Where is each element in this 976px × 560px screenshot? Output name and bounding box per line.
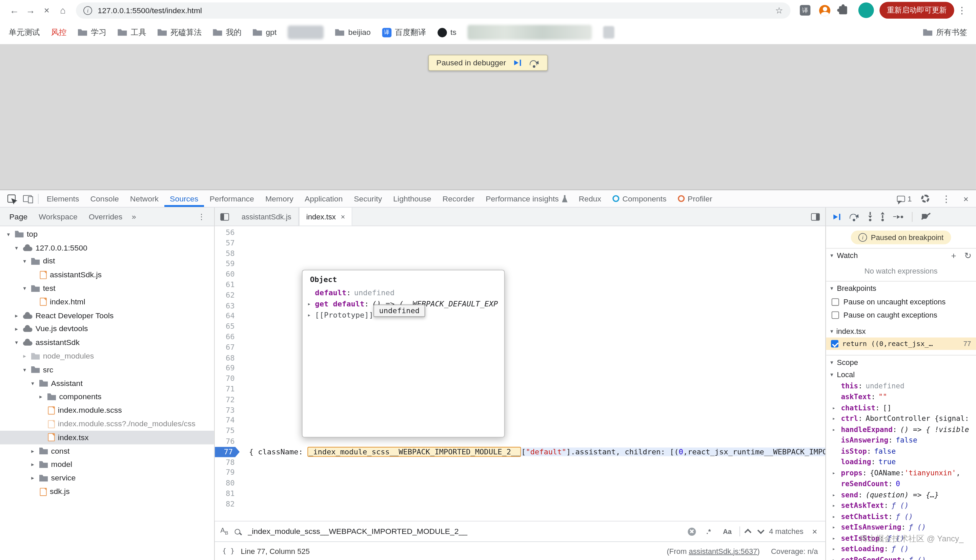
breakpoint-entry[interactable]: return ((0,react_jsx_… 77	[826, 338, 976, 350]
line-number[interactable]: 63	[215, 301, 240, 311]
expand-arrow-icon[interactable]: ▸	[21, 353, 28, 359]
expand-arrow-icon[interactable]: ▾	[21, 367, 28, 373]
expand-arrow-icon[interactable]: ▸	[832, 524, 836, 530]
previous-match-icon[interactable]	[745, 529, 752, 536]
line-number[interactable]: 60	[215, 269, 240, 280]
expand-arrow-icon[interactable]: ▸	[832, 426, 836, 432]
scope-variable[interactable]: ▸handleExpand:() => { !visible	[826, 424, 976, 435]
forward-button[interactable]: →	[22, 2, 38, 18]
expand-arrow-icon[interactable]: ▸	[29, 462, 36, 468]
bookmark-item[interactable]: 单元测试	[9, 27, 40, 38]
scope-variable[interactable]: loading:true	[826, 457, 976, 467]
tab-memory[interactable]: Memory	[260, 190, 299, 207]
deactivate-breakpoints-icon[interactable]	[921, 213, 931, 221]
blurred-bookmark[interactable]	[288, 25, 324, 39]
scope-header[interactable]: ▾ Scope	[826, 355, 976, 369]
tree-item[interactable]: ▸const	[0, 444, 214, 458]
tree-item[interactable]: ▸service	[0, 471, 214, 485]
tree-item[interactable]: sdk.js	[0, 485, 214, 498]
expand-arrow-icon[interactable]: ▸	[13, 326, 20, 332]
tab-performance[interactable]: Performance	[204, 190, 260, 207]
device-toolbar-icon[interactable]	[23, 195, 32, 202]
scope-variable[interactable]: ▸setLoading:ƒ ()	[826, 543, 976, 554]
tab-recorder[interactable]: Recorder	[437, 190, 480, 207]
line-number[interactable]: 69	[215, 363, 240, 374]
line-number[interactable]: 79	[215, 468, 240, 478]
expand-arrow-icon[interactable]: ▾	[21, 285, 28, 292]
line-number[interactable]: 81	[215, 488, 240, 499]
blurred-bookmark[interactable]	[468, 25, 592, 40]
expand-arrow-icon[interactable]: ▸	[308, 310, 315, 320]
tree-item[interactable]: assistantSdk.js	[0, 268, 214, 282]
expand-arrow-icon[interactable]: ▸	[832, 415, 836, 422]
scope-variable[interactable]: reSendCount:0	[826, 478, 976, 489]
line-number[interactable]: 58	[215, 248, 240, 259]
line-number[interactable]: 65	[215, 321, 240, 332]
close-tab-icon[interactable]: ×	[341, 212, 345, 221]
tab-application[interactable]: Application	[299, 190, 348, 207]
expand-arrow-icon[interactable]: ▸	[832, 513, 836, 519]
collapse-arrow-icon[interactable]: ▾	[830, 328, 833, 334]
settings-gear-icon[interactable]	[921, 195, 929, 203]
collapse-arrow-icon[interactable]: ▾	[830, 285, 833, 292]
checkbox[interactable]	[832, 298, 839, 305]
breakpoint-line-number[interactable]: 77	[215, 447, 240, 457]
toggle-navigator-icon[interactable]	[220, 213, 229, 220]
breakpoints-header[interactable]: ▾ Breakpoints	[826, 282, 976, 295]
tree-item[interactable]: index.html	[0, 295, 214, 309]
tree-item[interactable]: ▾test	[0, 282, 214, 295]
line-number[interactable]: 78	[215, 457, 240, 468]
expand-arrow-icon[interactable]: ▾	[13, 245, 20, 251]
scope-variable[interactable]: isStop:false	[826, 445, 976, 457]
match-case-toggle[interactable]: Aa	[721, 525, 734, 538]
scope-variable[interactable]: ▸chatList:[]	[826, 402, 976, 413]
tree-item[interactable]: index.module.scss	[0, 403, 214, 417]
line-number[interactable]: 67	[215, 342, 240, 353]
line-number[interactable]: 72	[215, 395, 240, 405]
stop-button[interactable]: ×	[38, 2, 55, 18]
code-editor[interactable]: 5657585960616263646566676869707172737475…	[215, 226, 826, 521]
bookmark-folder[interactable]: 工具	[118, 27, 146, 38]
tree-item[interactable]: ▸components	[0, 390, 214, 403]
tab-console[interactable]: Console	[85, 190, 124, 207]
close-find-bar-icon[interactable]: ×	[810, 527, 820, 536]
line-number[interactable]: 66	[215, 332, 240, 342]
scope-variable[interactable]: ▸setReSendCount:ƒ ()	[826, 554, 976, 560]
bookmark-star-icon[interactable]: ☆	[775, 5, 783, 15]
tab-workspace[interactable]: Workspace	[33, 212, 83, 221]
refresh-watch-icon[interactable]: ↻	[964, 250, 972, 260]
expand-arrow-icon[interactable]: ▸	[832, 492, 836, 498]
clear-search-icon[interactable]	[688, 527, 696, 536]
find-input[interactable]	[247, 527, 682, 536]
line-number[interactable]: 61	[215, 280, 240, 290]
step-over-icon[interactable]	[529, 58, 540, 67]
next-match-icon[interactable]	[758, 527, 765, 534]
expand-arrow-icon[interactable]: ▸	[832, 557, 836, 560]
tab-sources[interactable]: Sources	[164, 190, 204, 207]
regex-toggle[interactable]: .*	[702, 525, 715, 538]
tree-item[interactable]: ▾dist	[0, 255, 214, 268]
scope-variable[interactable]: ▸send:(question) => {…}	[826, 489, 976, 500]
tab-elements[interactable]: Elements	[41, 190, 85, 207]
line-number[interactable]: 56	[215, 228, 240, 238]
tab-network[interactable]: Network	[124, 190, 164, 207]
tab-profiler[interactable]: Profiler	[672, 190, 718, 207]
address-bar[interactable]: i 127.0.0.1:5500/test/index.html ☆	[76, 2, 790, 18]
source-link[interactable]: assistantSdk.js:5637	[689, 547, 757, 555]
add-watch-icon[interactable]: +	[951, 250, 956, 260]
tree-item[interactable]: ▾Assistant	[0, 377, 214, 390]
tree-item[interactable]: ▾src	[0, 363, 214, 377]
tree-item[interactable]: ▾top	[0, 228, 214, 241]
file-tab-assistantsdk[interactable]: assistantSdk.js	[234, 208, 299, 225]
collapse-arrow-icon[interactable]: ▾	[830, 252, 833, 258]
tree-item-selected[interactable]: index.tsx	[0, 431, 214, 444]
blurred-bookmark[interactable]	[603, 26, 614, 38]
line-number[interactable]: 68	[215, 353, 240, 363]
step-out-icon[interactable]	[881, 212, 884, 222]
pretty-print-icon[interactable]: { }	[222, 547, 235, 555]
all-bookmarks-button[interactable]: 所有书签	[923, 27, 967, 38]
inspect-element-icon[interactable]	[7, 195, 16, 203]
resume-script-icon[interactable]	[514, 60, 521, 66]
tree-item[interactable]: ▸React Developer Tools	[0, 309, 214, 322]
breakpoint-checkbox[interactable]	[831, 340, 838, 347]
